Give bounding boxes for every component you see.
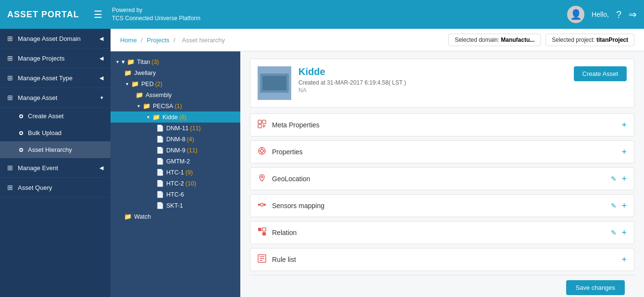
expand-icon[interactable]: + <box>621 147 627 157</box>
chevron-icon: ◀ <box>99 55 103 62</box>
relation-icon <box>258 227 266 238</box>
folder-icon: 📁 <box>152 113 160 121</box>
tree-node-kidde[interactable]: ▾ 📁 Kidde (8) <box>111 111 240 123</box>
svg-rect-21 <box>262 228 266 231</box>
meta-properties-icon <box>258 120 266 130</box>
breadcrumb-projects[interactable]: Projects <box>147 37 170 44</box>
logout-icon[interactable]: ⇒ <box>629 9 637 20</box>
help-icon[interactable]: ? <box>616 9 621 20</box>
asset-na: NA <box>298 87 574 94</box>
sidebar-sub-create-asset[interactable]: Create Asset <box>0 108 111 124</box>
sidebar-sub-asset-hierarchy[interactable]: Asset Hierarchy <box>0 141 111 158</box>
expand-icon[interactable]: + <box>621 228 627 238</box>
edit-geolocation-icon[interactable]: ✎ <box>611 175 617 183</box>
expand-icon[interactable]: + <box>621 120 627 130</box>
tree-node-dnm11[interactable]: 📄 DNM-11 (11) <box>111 123 240 134</box>
header: ASSET PORTAL ☰ Powered by TCS Connected … <box>0 0 644 29</box>
properties-label: Properties <box>272 148 617 156</box>
tree-node-assembly[interactable]: 📁 Assembly <box>111 89 240 100</box>
tree-node-htc6[interactable]: 📄 HTC-6 <box>111 189 240 200</box>
create-asset-button[interactable]: Create Asset <box>574 66 627 81</box>
folder-icon: 📄 <box>156 169 164 176</box>
tree-node-dnm8[interactable]: 📄 DNM-8 (4) <box>111 134 240 145</box>
avatar: 👤 <box>567 6 584 23</box>
tree-node-htc1[interactable]: 📄 HTC-1 (9) <box>111 167 240 178</box>
expand-icon[interactable]: + <box>621 201 627 211</box>
grid-icon: ⊞ <box>7 164 13 172</box>
breadcrumb-bar: Home / Projects / Asset hierarchy Select… <box>111 29 644 51</box>
expand-icon[interactable]: + <box>621 255 627 265</box>
tree-node-titan[interactable]: ▾ ▾ 📁 Titan (3) <box>111 56 240 67</box>
chevron-icon: ◀ <box>99 36 103 42</box>
asset-header: Kidde Created at 31-MAR-2017 6:19:4.58( … <box>250 59 634 108</box>
breadcrumb-home[interactable]: Home <box>120 37 137 44</box>
asset-created: Created at 31-MAR-2017 6:19:4.58( LST ) <box>298 79 574 86</box>
tree-node-ped[interactable]: ▾ 📁 PED (2) <box>111 78 240 89</box>
properties-icon <box>258 147 266 157</box>
tree-node-gmtm2[interactable]: 📄 GMTM-2 <box>111 156 240 167</box>
sidebar-item-asset-query[interactable]: ⊞ Asset Query <box>0 178 111 198</box>
dot-icon <box>19 114 23 118</box>
svg-rect-5 <box>258 120 261 124</box>
edit-sensors-icon[interactable]: ✎ <box>611 202 617 210</box>
expand-icon[interactable]: + <box>621 174 627 184</box>
asset-info: Kidde Created at 31-MAR-2017 6:19:4.58( … <box>298 66 574 94</box>
tree-node-watch[interactable]: 📁 Watch <box>111 211 240 222</box>
tree-node-jwellary[interactable]: 📁 Jwellary <box>111 67 240 78</box>
folder-icon: 📄 <box>156 158 164 165</box>
accordion-header-properties[interactable]: Properties + <box>250 141 634 163</box>
sidebar-item-manage-event[interactable]: ⊞ Manage Event ◀ <box>0 158 111 178</box>
grid-icon: ⊞ <box>7 74 13 82</box>
accordion-header-rule-list[interactable]: Rule list + <box>250 248 634 271</box>
toggle-icon: ▾ <box>136 103 141 109</box>
sensors-mapping-label: Sensors mapping <box>272 202 606 210</box>
accordion-header-geolocation[interactable]: GeoLocation ✎ + <box>250 168 634 190</box>
folder-icon: 📁 <box>124 69 132 76</box>
sensors-icon <box>258 200 266 211</box>
folder-icon: 📄 <box>156 124 164 132</box>
selected-project-badge: Selected project: titanProject <box>545 34 634 46</box>
layout: ⊞ Manage Asset Domain ◀ ⊞ Manage Project… <box>0 29 644 297</box>
accordion-header-meta-properties[interactable]: Meta Properties + <box>250 114 634 136</box>
dot-icon <box>19 131 23 135</box>
tree-panel: ▾ ▾ 📁 Titan (3) 📁 Jwellary ▾ 📁 PED (2) <box>111 51 240 297</box>
geolocation-label: GeoLocation <box>272 175 606 183</box>
sidebar-item-manage-projects[interactable]: ⊞ Manage Projects ◀ <box>0 49 111 68</box>
folder-icon: 📄 <box>156 136 164 143</box>
asset-name: Kidde <box>298 66 574 77</box>
asset-image <box>258 66 291 100</box>
svg-point-16 <box>260 203 263 206</box>
grid-icon: ⊞ <box>7 54 13 62</box>
menu-icon[interactable]: ☰ <box>94 9 102 20</box>
hello-label: Hello, <box>592 11 609 18</box>
sidebar-sub-bulk-upload[interactable]: Bulk Upload <box>0 124 111 141</box>
rule-list-label: Rule list <box>272 256 617 263</box>
dot-icon <box>19 148 23 152</box>
sidebar-item-manage-asset-domain[interactable]: ⊞ Manage Asset Domain ◀ <box>0 29 111 49</box>
save-changes-button[interactable]: Save changes <box>566 280 625 295</box>
edit-relation-icon[interactable]: ✎ <box>611 229 617 236</box>
tree-node-htc2[interactable]: 📄 HTC-2 (10) <box>111 178 240 189</box>
breadcrumb: Home / Projects / Asset hierarchy <box>120 37 227 44</box>
svg-rect-18 <box>264 204 266 206</box>
tree-node-dnm9[interactable]: 📄 DNM-9 (11) <box>111 145 240 156</box>
tree-node-skt1[interactable]: 📄 SKT-1 <box>111 200 240 211</box>
folder-icon: 📁 <box>127 58 135 65</box>
geolocation-icon <box>258 173 266 184</box>
toggle-icon: ▾ <box>114 59 120 64</box>
triangle-icon: ▾ <box>122 58 125 65</box>
sidebar-item-manage-asset[interactable]: ⊞ Manage Asset ▾ <box>0 88 111 108</box>
tree-node-pecsa[interactable]: ▾ 📁 PECSA (1) <box>111 100 240 111</box>
accordion-header-sensors-mapping[interactable]: Sensors mapping ✎ + <box>250 195 634 217</box>
accordion-header-relation[interactable]: Relation ✎ + <box>250 222 634 244</box>
svg-rect-17 <box>258 204 260 206</box>
content-area: ▾ ▾ 📁 Titan (3) 📁 Jwellary ▾ 📁 PED (2) <box>111 51 644 297</box>
meta-properties-label: Meta Properties <box>272 121 617 129</box>
folder-icon: 📄 <box>156 180 164 187</box>
sidebar-item-manage-asset-type[interactable]: ⊞ Manage Asset Type ◀ <box>0 68 111 88</box>
chevron-icon: ◀ <box>99 75 103 81</box>
accordion-meta-properties: Meta Properties + <box>250 113 634 136</box>
rule-list-icon <box>258 254 266 265</box>
svg-rect-6 <box>262 120 266 124</box>
folder-icon: 📁 <box>143 102 150 110</box>
